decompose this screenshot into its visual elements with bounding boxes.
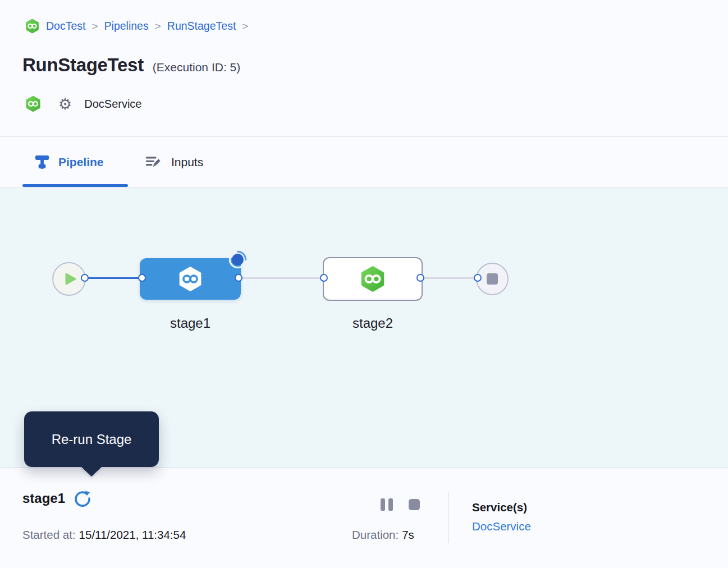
pause-icon	[381, 498, 385, 511]
stage-node-stage1[interactable]	[140, 258, 241, 300]
connector-stage1-in	[138, 274, 146, 282]
started-at-label: Started at:	[22, 528, 76, 541]
services-label: Service(s)	[472, 501, 527, 514]
harness-hexagon-infinity-icon	[25, 19, 40, 34]
stage-node-stage2[interactable]	[323, 257, 423, 301]
active-tab-underline	[22, 184, 128, 187]
pause-icon	[388, 498, 393, 511]
breadcrumb-link-runstagetest[interactable]: RunStageTest	[167, 20, 236, 33]
rerun-stage-tooltip: Re-run Stage	[24, 411, 159, 467]
service-row: ⚙ DocService	[25, 95, 141, 112]
gear-icon: ⚙	[58, 97, 72, 112]
abort-button[interactable]	[409, 499, 420, 510]
footer-stage-row: stage1	[22, 489, 91, 507]
tab-pipeline-label: Pipeline	[58, 155, 104, 169]
edit-lines-pencil-icon	[144, 154, 163, 171]
edge-stage1-to-stage2	[239, 277, 324, 279]
chevron-right-icon: >	[91, 20, 98, 33]
breadcrumb-link-doctest[interactable]: DocTest	[46, 20, 85, 33]
connector-start-out	[81, 274, 89, 282]
footer-stage-name: stage1	[22, 491, 65, 506]
connector-end-in	[474, 274, 482, 282]
tab-inputs[interactable]: Inputs	[144, 137, 203, 187]
service-name-label: DocService	[84, 98, 141, 111]
connector-stage1-out	[235, 274, 242, 282]
footer-divider	[448, 492, 449, 543]
duration-label: Duration:	[352, 528, 399, 541]
tab-bar: Pipeline Inputs	[0, 137, 728, 187]
execution-id-label: (Execution ID: 5)	[153, 61, 240, 74]
tab-inputs-label: Inputs	[171, 155, 203, 169]
harness-hexagon-infinity-icon	[177, 266, 203, 292]
tooltip-arrow	[81, 466, 102, 477]
pipeline-execution-page: DocTest > Pipelines > RunStageTest > Run…	[0, 0, 728, 568]
footer-status-bar: stage1 Started at:15/11/2021, 11:34:54 D…	[0, 468, 728, 568]
title-row: RunStageTest (Execution ID: 5)	[22, 54, 240, 76]
edge-start-to-stage1	[85, 277, 142, 279]
chevron-right-icon: >	[155, 20, 161, 33]
connector-stage2-in	[320, 274, 328, 282]
harness-hexagon-infinity-icon	[359, 265, 386, 292]
breadcrumb: DocTest > Pipelines > RunStageTest >	[25, 19, 248, 34]
duration: Duration:7s	[352, 528, 414, 542]
breadcrumb-link-pipelines[interactable]: Pipelines	[104, 20, 149, 33]
duration-value: 7s	[402, 528, 414, 541]
connector-stage2-out	[416, 274, 424, 282]
pipeline-icon	[34, 154, 51, 171]
refresh-icon[interactable]	[74, 489, 91, 507]
header: DocTest > Pipelines > RunStageTest > Run…	[0, 0, 728, 137]
service-link-docservice[interactable]: DocService	[472, 520, 531, 533]
play-icon	[61, 272, 77, 286]
rerun-stage-tooltip-text: Re-run Stage	[52, 432, 132, 447]
edge-stage2-to-end	[420, 277, 478, 279]
harness-hexagon-infinity-icon	[25, 95, 42, 112]
tab-pipeline[interactable]: Pipeline	[34, 137, 104, 187]
stage2-label: stage2	[323, 315, 423, 331]
started-at: Started at:15/11/2021, 11:34:54	[22, 528, 186, 542]
started-at-value: 15/11/2021, 11:34:54	[79, 528, 186, 541]
pause-button[interactable]	[381, 498, 393, 511]
chevron-right-icon: >	[242, 20, 248, 33]
execution-controls	[381, 498, 420, 511]
page-title: RunStageTest	[22, 54, 144, 76]
stage1-label: stage1	[140, 315, 241, 331]
spinner-icon	[228, 250, 247, 269]
stop-icon	[487, 273, 498, 285]
